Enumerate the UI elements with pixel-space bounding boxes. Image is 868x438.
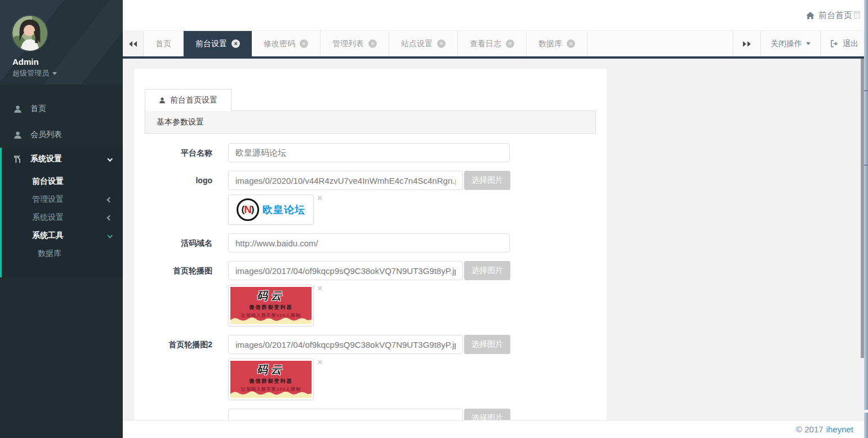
choose-image-button[interactable]: 选择图片 xyxy=(464,261,510,280)
inner-tab-label: 前台首页设置 xyxy=(170,95,217,105)
tab-site-settings[interactable]: 站点设置 × xyxy=(389,31,458,56)
choose-image-button[interactable]: 选择图片 xyxy=(464,335,510,354)
tab-home[interactable]: 首页 xyxy=(144,31,184,56)
form-row: 平台名称 xyxy=(145,143,596,162)
field-label: 首页轮播图 xyxy=(145,261,212,326)
inner-tab-row: 前台首页设置 xyxy=(145,89,596,111)
close-tab-icon[interactable]: × xyxy=(232,39,240,48)
field-label: 首页轮播图2 xyxy=(145,335,212,400)
logout-button[interactable]: 退出 xyxy=(820,31,868,56)
tab-bar: 首页 前台设置 × 修改密码 × 管理列表 × 站点设置 × 查看日志 × 数据… xyxy=(123,31,868,59)
banner-wave-decoration xyxy=(230,389,311,398)
banner-title: 码云 xyxy=(230,289,311,303)
close-operations-dropdown[interactable]: 关闭操作 xyxy=(760,31,820,56)
footer-brand-link[interactable]: iheynet xyxy=(826,424,853,434)
tab-label: 前台设置 xyxy=(195,39,227,49)
chevron-down-icon xyxy=(107,232,113,238)
sidebar-item-members[interactable]: 会员列表 xyxy=(0,122,123,148)
banner-title: 码云 xyxy=(230,362,311,377)
close-tab-icon[interactable]: × xyxy=(437,39,446,48)
chevron-left-icon xyxy=(107,197,113,202)
tab-database[interactable]: 数据库 × xyxy=(527,31,587,56)
sidebar-item-database[interactable]: 数据库 xyxy=(2,245,123,263)
tab-label: 修改密码 xyxy=(264,39,295,49)
logo-preview: (N) 欧皇论坛 xyxy=(228,194,314,225)
remove-image-icon[interactable]: × xyxy=(317,359,323,366)
live-code-domain-input[interactable] xyxy=(228,233,510,253)
sidebar-item-label: 首页 xyxy=(30,104,46,114)
sidebar-item-admin-settings[interactable]: 管理设置 xyxy=(2,191,123,209)
field-label: 平台名称 xyxy=(145,143,212,162)
tab-change-password[interactable]: 修改密码 × xyxy=(252,31,321,56)
sidebar-group-label: 系统设置 xyxy=(30,154,62,164)
main-area: 前台首页 首页 前台设置 × 修改密码 × 管理列表 × 站点设置 × 查看日志… xyxy=(123,0,868,438)
sidebar-group-header[interactable]: 系统设置 xyxy=(2,148,123,170)
tab-label: 查看日志 xyxy=(470,39,501,49)
chevron-down-icon xyxy=(107,156,113,161)
platform-name-input[interactable] xyxy=(228,143,510,162)
sidebar: Admin 超级管理员 首页 会员列表 xyxy=(0,0,123,438)
remove-image-icon[interactable]: × xyxy=(317,285,323,293)
avatar[interactable] xyxy=(12,16,47,51)
tab-view-logs[interactable]: 查看日志 × xyxy=(458,31,527,56)
carousel1-path-input[interactable] xyxy=(228,261,463,280)
sidebar-item-home[interactable]: 首页 xyxy=(0,96,123,122)
sidebar-subitem-label: 系统工具 xyxy=(32,231,64,241)
tab-frontend-homepage-settings[interactable]: 前台首页设置 xyxy=(145,89,232,111)
caret-down-icon xyxy=(52,72,57,75)
next-image-path-input[interactable] xyxy=(228,409,463,420)
logo-path-input[interactable] xyxy=(228,171,463,190)
sidebar-item-system-settings[interactable]: 系统设置 xyxy=(2,209,123,227)
content-area: 前台首页设置 基本参数设置 平台名称 logo xyxy=(123,59,868,420)
banner-image: 码云 微信群裂变利器 让加码入群不受100人限制 xyxy=(230,287,311,324)
scroll-tabs-left-button[interactable] xyxy=(123,31,144,56)
close-tab-icon[interactable]: × xyxy=(506,39,514,48)
banner-wave-decoration xyxy=(230,315,311,324)
choose-image-button[interactable]: 选择图片 xyxy=(464,409,510,420)
form-row: 活码域名 xyxy=(145,233,596,253)
home-icon xyxy=(806,12,814,19)
sidebar-nav: 首页 会员列表 系统设置 前台设置 xyxy=(0,85,123,277)
copyright-text: © 2017 xyxy=(796,424,824,434)
sidebar-subitem-label: 管理设置 xyxy=(32,194,64,205)
carousel1-preview: 码云 微信群裂变利器 让加码入群不受100人限制 xyxy=(228,285,314,326)
tab-bar-actions: 关闭操作 退出 xyxy=(733,31,868,56)
form-row: 选择图片 xyxy=(145,409,596,420)
choose-image-button[interactable]: 选择图片 xyxy=(464,171,510,190)
tab-label: 管理列表 xyxy=(332,39,364,49)
user-role-dropdown[interactable]: 超级管理员 xyxy=(12,68,123,78)
tab-label: 首页 xyxy=(155,39,171,49)
settings-card: 前台首页设置 基本参数设置 平台名称 logo xyxy=(134,69,607,420)
tab-frontend-settings[interactable]: 前台设置 × xyxy=(184,31,252,56)
scrollbar-notch xyxy=(864,165,868,166)
avatar-image xyxy=(12,16,47,51)
sidebar-item-system-tools[interactable]: 系统工具 xyxy=(2,227,123,245)
field-label xyxy=(145,409,212,420)
logout-label: 退出 xyxy=(843,39,858,49)
close-tab-icon[interactable]: × xyxy=(300,39,308,48)
close-tab-icon[interactable]: × xyxy=(567,39,575,48)
page-icon xyxy=(854,11,860,19)
top-header: 前台首页 xyxy=(123,0,868,31)
chevron-left-icon xyxy=(107,215,113,220)
window-scrollbar[interactable] xyxy=(864,0,868,438)
sidebar-item-frontend-settings[interactable]: 前台设置 xyxy=(2,172,123,191)
sidebar-group-system-settings: 系统设置 前台设置 管理设置 系统设置 系统工具 xyxy=(0,148,123,277)
tab-label: 站点设置 xyxy=(401,39,433,49)
remove-image-icon[interactable]: × xyxy=(317,194,323,202)
breadcrumb[interactable]: 前台首页 xyxy=(806,10,852,21)
scroll-tabs-right-button[interactable] xyxy=(733,31,760,56)
logo-image: (N) 欧皇论坛 xyxy=(230,197,311,223)
sidebar-subitem-label: 前台设置 xyxy=(32,176,64,187)
user-icon xyxy=(14,131,23,139)
tab-admin-list[interactable]: 管理列表 × xyxy=(321,31,389,56)
double-left-arrow-icon xyxy=(129,41,137,47)
logo-brand-text: 欧皇论坛 xyxy=(262,203,305,216)
form-row: logo 选择图片 (N) 欧皇论坛 xyxy=(145,171,596,225)
breadcrumb-label: 前台首页 xyxy=(818,10,852,21)
footer: © 2017 iheynet xyxy=(123,420,868,438)
user-name: Admin xyxy=(12,57,123,67)
carousel2-path-input[interactable] xyxy=(228,335,463,354)
close-tab-icon[interactable]: × xyxy=(368,39,377,48)
settings-form: 平台名称 logo 选择图片 xyxy=(145,134,596,420)
